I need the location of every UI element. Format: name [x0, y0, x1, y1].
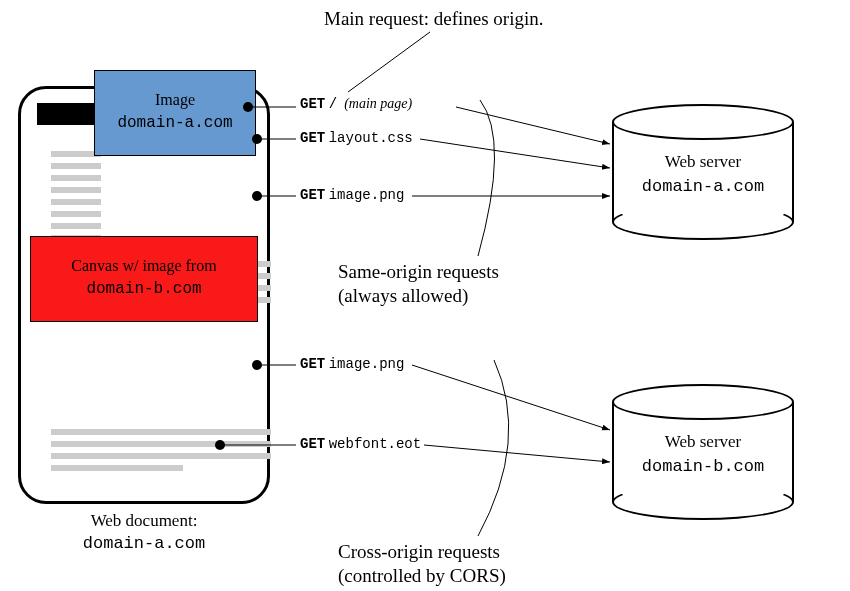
r2-verb: GET — [300, 130, 325, 146]
r5-path: webfont.eot — [329, 436, 421, 452]
server-b-text: Web server domain-b.com — [612, 384, 794, 479]
request-webfont: GET webfont.eot — [300, 436, 421, 452]
r1-note: (main page) — [344, 96, 412, 111]
r3-path: image.png — [329, 187, 405, 203]
annotation-cross-line2: (controlled by CORS) — [338, 565, 506, 586]
r2-path: layout.css — [329, 130, 413, 146]
request-canvas-image: GET image.png — [300, 356, 404, 372]
dot-css — [252, 134, 262, 144]
doc-lines-bottom — [51, 429, 271, 477]
annotation-main-request: Main request: defines origin. — [324, 8, 544, 30]
web-document-caption: Web document: domain-a.com — [34, 510, 254, 555]
server-a-host: domain-a.com — [642, 177, 764, 196]
canvas-host: domain-b.com — [86, 280, 201, 298]
r5-verb: GET — [300, 436, 325, 452]
canvas-label: Canvas w/ image from — [71, 257, 216, 274]
r4-path: image.png — [329, 356, 405, 372]
svg-line-0 — [348, 32, 430, 92]
caption-line2: domain-a.com — [83, 534, 205, 553]
svg-line-2 — [456, 107, 610, 144]
annotation-same-origin: Same-origin requests (always allowed) — [338, 260, 499, 308]
r4-verb: GET — [300, 356, 325, 372]
dot-image — [252, 191, 262, 201]
r1-verb: GET — [300, 96, 325, 112]
r1-path: / — [329, 96, 337, 112]
server-a-text: Web server domain-a.com — [612, 104, 794, 199]
svg-line-8 — [412, 365, 610, 430]
embedded-canvas: Canvas w/ image from domain-b.com — [30, 236, 258, 322]
caption-line1: Web document: — [91, 511, 198, 530]
image-label: Image — [155, 91, 195, 108]
svg-line-4 — [420, 139, 610, 168]
doc-lines-top — [51, 151, 271, 247]
server-a-title: Web server — [665, 152, 742, 171]
r3-verb: GET — [300, 187, 325, 203]
annotation-cross-origin: Cross-origin requests (controlled by COR… — [338, 540, 506, 588]
dot-main — [243, 102, 253, 112]
dot-webfont — [215, 440, 225, 450]
embedded-image: Image domain-a.com — [94, 70, 256, 156]
server-a: Web server domain-a.com — [612, 104, 794, 236]
server-b: Web server domain-b.com — [612, 384, 794, 516]
image-host: domain-a.com — [117, 114, 232, 132]
annotation-cross-line1: Cross-origin requests — [338, 541, 500, 562]
annotation-same-line1: Same-origin requests — [338, 261, 499, 282]
request-image: GET image.png — [300, 187, 404, 203]
svg-line-10 — [424, 445, 610, 462]
server-b-title: Web server — [665, 432, 742, 451]
annotation-same-line2: (always allowed) — [338, 285, 468, 306]
request-css: GET layout.css — [300, 130, 413, 146]
dot-canvas — [252, 360, 262, 370]
server-b-host: domain-b.com — [642, 457, 764, 476]
request-main: GET / (main page) — [300, 96, 412, 112]
